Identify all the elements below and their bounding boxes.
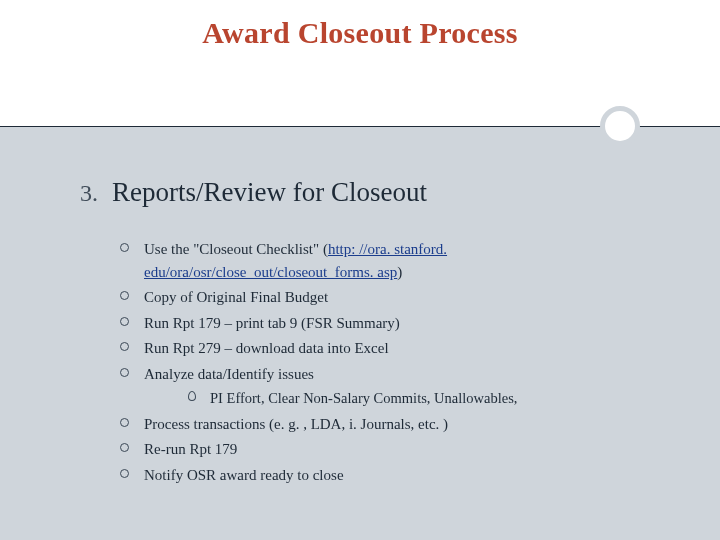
bullet-text: Process transactions (e. g. , LDA, i. Jo… [144, 416, 448, 432]
section-number: 3. [80, 180, 98, 207]
bullet-text: Notify OSR award ready to close [144, 467, 344, 483]
section-title: Reports/Review for Closeout [112, 177, 427, 208]
bullet-text: Re-run Rpt 179 [144, 441, 237, 457]
sub-bullet-list: PI Effort, Clear Non-Salary Commits, Una… [188, 388, 680, 410]
list-item: Analyze data/Identify issues PI Effort, … [120, 363, 680, 410]
list-item: Run Rpt 179 – print tab 9 (FSR Summary) [120, 312, 680, 335]
bullet-text: Run Rpt 279 – download data into Excel [144, 340, 389, 356]
list-item: Use the "Closeout Checklist" (http: //or… [120, 238, 680, 283]
list-item: Re-run Rpt 179 [120, 438, 680, 461]
body-area: 3. Reports/Review for Closeout Use the "… [0, 126, 720, 540]
bullet-text: Run Rpt 179 – print tab 9 (FSR Summary) [144, 315, 400, 331]
slide: Award Closeout Process 3. Reports/Review… [0, 0, 720, 540]
bullet-list: Use the "Closeout Checklist" (http: //or… [120, 238, 680, 486]
slide-title: Award Closeout Process [202, 16, 517, 50]
list-item: Process transactions (e. g. , LDA, i. Jo… [120, 413, 680, 436]
list-item: Copy of Original Final Budget [120, 286, 680, 309]
list-item: Run Rpt 279 – download data into Excel [120, 337, 680, 360]
bullet-text-pre: Use the "Closeout Checklist" ( [144, 241, 328, 257]
list-item: Notify OSR award ready to close [120, 464, 680, 487]
sub-list-item: PI Effort, Clear Non-Salary Commits, Una… [188, 388, 680, 410]
sub-bullet-text: PI Effort, Clear Non-Salary Commits, Una… [210, 390, 517, 406]
section-heading: 3. Reports/Review for Closeout [80, 177, 680, 208]
bullet-text: Copy of Original Final Budget [144, 289, 328, 305]
bullet-text: Analyze data/Identify issues [144, 366, 314, 382]
bullet-text-post: ) [397, 264, 402, 280]
divider-circle-icon [600, 106, 640, 146]
